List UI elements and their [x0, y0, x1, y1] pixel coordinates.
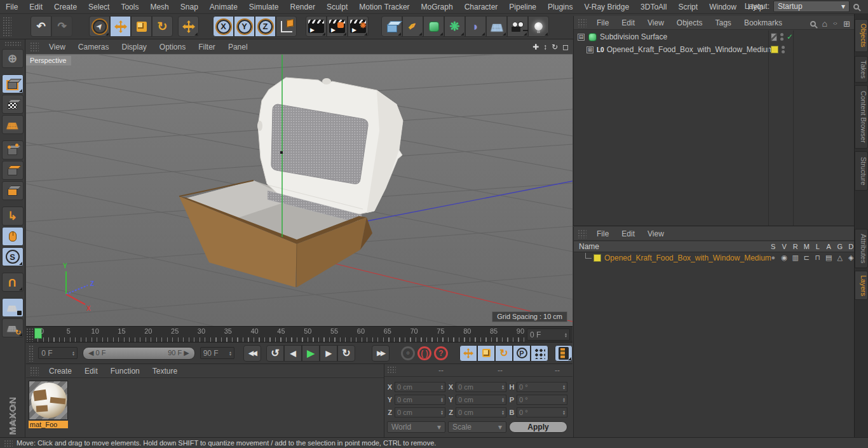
previous-key-button[interactable]: ↺: [266, 345, 284, 362]
add-camera-button[interactable]: [507, 16, 528, 37]
coordinates-grip[interactable]: [387, 366, 396, 374]
menu-snap[interactable]: Snap: [175, 0, 204, 14]
lock-x-axis-button[interactable]: X: [213, 16, 234, 37]
spinner-icon[interactable]: ▴▾: [565, 332, 567, 337]
tab-content-browser[interactable]: Content Browser: [855, 85, 868, 149]
layer-manager-grip[interactable]: [578, 229, 587, 238]
layer-color-swatch[interactable]: [771, 46, 778, 53]
menu-motion-tracker[interactable]: Motion Tracker: [353, 0, 415, 14]
layout-select[interactable]: Startup ▾: [773, 1, 850, 12]
menu-script[interactable]: Script: [672, 0, 703, 14]
mat-menu-create[interactable]: Create: [43, 367, 78, 376]
mat-menu-texture[interactable]: Texture: [146, 367, 184, 376]
timeline-ruler[interactable]: 05 1015 2025 3035 4045 5055 6065 7075 80…: [26, 326, 573, 343]
ruler-grip[interactable]: [26, 328, 34, 342]
undo-button[interactable]: ↶: [31, 16, 51, 37]
material-name-label[interactable]: mat_Foo: [29, 421, 68, 428]
key-pla-button[interactable]: [531, 345, 548, 362]
col-lock[interactable]: L: [812, 243, 824, 250]
col-animation[interactable]: A: [824, 243, 835, 250]
kraft-food-box-model[interactable]: [179, 78, 403, 287]
menu-select[interactable]: Select: [83, 0, 115, 14]
object-name[interactable]: Subdivision Surface: [600, 32, 667, 41]
add-primitive-button[interactable]: [381, 16, 402, 37]
workplane-options-button[interactable]: ▦↻: [2, 318, 24, 337]
visibility-dots[interactable]: [782, 46, 785, 53]
snap-settings-button[interactable]: S: [2, 247, 24, 266]
pos-x-field[interactable]: ▴▾: [395, 382, 445, 392]
keyframe-help-button[interactable]: ?: [434, 346, 448, 360]
menu-simulate[interactable]: Simulate: [243, 0, 285, 14]
scale-tool-button[interactable]: [131, 16, 152, 37]
vp-menu-filter[interactable]: Filter: [192, 43, 222, 51]
menu-tools[interactable]: Tools: [115, 0, 144, 14]
camera-pan-icon[interactable]: ✚: [532, 43, 539, 51]
make-editable-button[interactable]: ⊕: [2, 49, 24, 68]
layer-object-name[interactable]: Opened_Kraft_Food_Box_with_Window_Medium: [604, 254, 771, 262]
object-row-subdivision-surface[interactable]: ⊟ Subdivision Surface: [574, 31, 768, 43]
play-button[interactable]: ▶: [302, 345, 320, 362]
viewport-maximize-icon[interactable]: ◻: [562, 43, 569, 51]
viewport-canvas[interactable]: Y Z X Perspective Grid Spacing : 10 cm: [26, 55, 573, 326]
enabled-check-icon[interactable]: ✓: [787, 32, 793, 41]
expand-icon[interactable]: ⊞: [587, 46, 593, 53]
model-mode-button[interactable]: [2, 74, 24, 93]
om-menu-objects[interactable]: Objects: [670, 18, 709, 27]
next-frame-button[interactable]: ▶: [320, 345, 337, 362]
range-left-icon[interactable]: ◀: [88, 349, 93, 356]
previous-frame-button[interactable]: ◀: [284, 345, 302, 362]
transport-grip[interactable]: [29, 345, 34, 362]
visibility-dots[interactable]: [780, 33, 783, 41]
menu-vray-bridge[interactable]: V-Ray Bridge: [578, 0, 635, 14]
range-right-icon[interactable]: ▶: [184, 349, 189, 356]
tab-objects[interactable]: Objects: [855, 19, 868, 52]
go-to-start-button[interactable]: ◀◀: [243, 345, 261, 362]
apply-button[interactable]: Apply: [509, 421, 567, 433]
render-settings-button[interactable]: ❋▶: [348, 16, 369, 37]
render-picture-viewer-button[interactable]: ▶: [327, 16, 348, 37]
layer-color-swatch[interactable]: [593, 254, 601, 262]
tab-layers[interactable]: Layers: [855, 271, 868, 300]
tab-takes[interactable]: Takes: [855, 56, 868, 83]
vp-menu-cameras[interactable]: Cameras: [72, 43, 116, 51]
tab-attributes[interactable]: Attributes: [855, 229, 868, 268]
solo-toggle-icon[interactable]: ●: [768, 254, 779, 262]
add-bookmark-icon[interactable]: ⊞: [843, 19, 850, 29]
viewport-grip[interactable]: [30, 42, 39, 52]
scale-y-field[interactable]: ▴▾: [456, 395, 506, 405]
lock-z-axis-button[interactable]: Z: [255, 16, 276, 37]
current-frame-field[interactable]: 0 F ▴▾: [527, 329, 570, 341]
col-render[interactable]: R: [790, 243, 801, 250]
menu-character[interactable]: Character: [459, 0, 504, 14]
menu-mesh[interactable]: Mesh: [144, 0, 174, 14]
toolbar-grip[interactable]: [3, 17, 11, 37]
menu-file[interactable]: File: [0, 0, 24, 14]
coordinate-system-button[interactable]: [276, 16, 297, 37]
timeline-mode-button[interactable]: [555, 345, 573, 362]
rot-h-field[interactable]: ▴▾: [517, 382, 567, 392]
render-toggle-icon[interactable]: ▥: [790, 254, 801, 262]
move-tool-button[interactable]: [110, 16, 131, 37]
om-menu-tags[interactable]: Tags: [709, 18, 738, 27]
view-toggle-icon[interactable]: ◉: [779, 254, 790, 262]
end-frame-field[interactable]: 90 F ▴▾: [200, 347, 234, 359]
add-deformer-button[interactable]: ◗: [465, 16, 486, 37]
key-scale-button[interactable]: [477, 345, 495, 362]
rot-p-field[interactable]: ▴▾: [517, 395, 567, 405]
lp-menu-edit[interactable]: Edit: [615, 229, 641, 238]
vp-menu-panel[interactable]: Panel: [222, 43, 254, 51]
add-light-button[interactable]: [528, 16, 549, 37]
material-grip[interactable]: [30, 367, 39, 376]
scale-x-field[interactable]: ▴▾: [456, 382, 506, 392]
path-bar-icon[interactable]: ○: [833, 21, 837, 26]
add-array-button[interactable]: ❋: [444, 16, 465, 37]
menu-create[interactable]: Create: [48, 0, 83, 14]
om-menu-bookmarks[interactable]: Bookmarks: [738, 18, 789, 27]
points-mode-button[interactable]: [2, 140, 24, 160]
object-name[interactable]: Opened_Kraft_Food_Box_with_Window_Medium: [607, 45, 774, 54]
vp-menu-view[interactable]: View: [43, 43, 72, 51]
live-selection-button[interactable]: ➤: [89, 16, 110, 37]
menu-sculpt[interactable]: Sculpt: [321, 0, 353, 14]
key-position-button[interactable]: [459, 345, 477, 362]
texture-mode-button[interactable]: [2, 95, 24, 114]
